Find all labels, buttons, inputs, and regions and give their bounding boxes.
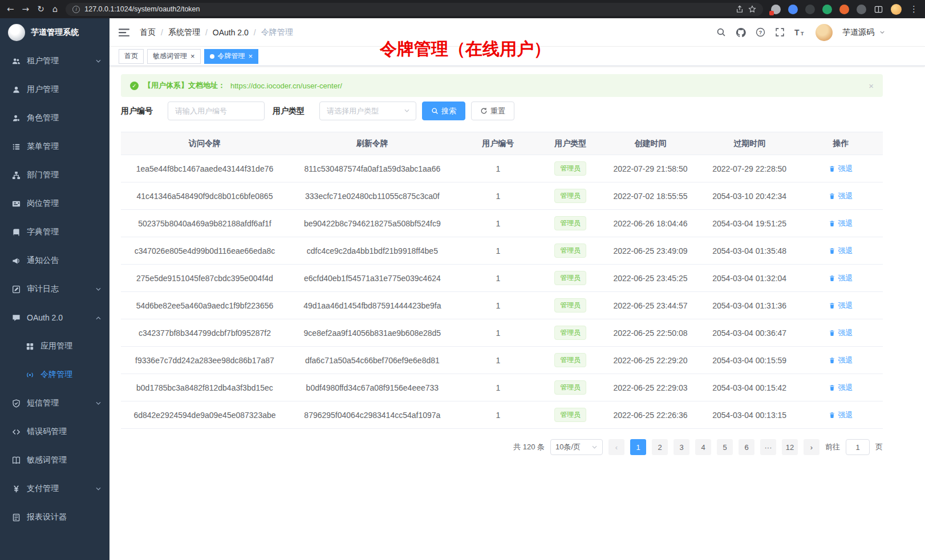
bookmark-star-icon[interactable] xyxy=(748,5,756,13)
browser-menu-icon[interactable]: ⋮ xyxy=(910,5,918,14)
page-size-select[interactable]: 10条/页 xyxy=(550,439,603,455)
force-logout-button[interactable]: 强退 xyxy=(829,218,853,229)
tab-close-icon[interactable]: × xyxy=(249,52,253,60)
page-button-5[interactable]: 5 xyxy=(717,439,733,455)
user-type-select[interactable]: 请选择用户类型 xyxy=(319,102,416,120)
force-logout-button[interactable]: 强退 xyxy=(829,328,853,338)
sidebar-item-post[interactable]: 岗位管理 xyxy=(0,189,109,218)
force-logout-label: 强退 xyxy=(838,355,853,366)
force-logout-button[interactable]: 强退 xyxy=(829,383,853,393)
prev-page-button[interactable]: ‹ xyxy=(608,439,624,455)
hamburger-icon[interactable] xyxy=(119,28,129,37)
page-button-3[interactable]: 3 xyxy=(674,439,689,455)
user-type-cell: 管理员 xyxy=(540,401,601,429)
browser-back-icon[interactable]: ← xyxy=(7,5,14,14)
extension-icon[interactable] xyxy=(788,5,798,14)
user-type-tag: 管理员 xyxy=(554,298,586,313)
goto-page-input[interactable] xyxy=(846,439,870,455)
force-logout-button[interactable]: 强退 xyxy=(829,273,853,283)
extension-icon[interactable] xyxy=(805,5,815,14)
force-logout-button[interactable]: 强退 xyxy=(829,246,853,256)
users-icon xyxy=(11,56,21,66)
sidebar-item-label: 短信管理 xyxy=(27,398,89,408)
next-page-button[interactable]: › xyxy=(804,439,819,455)
browser-address-bar[interactable]: i 127.0.0.1:1024/system/oauth2/token xyxy=(66,3,763,16)
user-type-tag: 管理员 xyxy=(554,353,586,367)
page-button-2[interactable]: 2 xyxy=(652,439,668,455)
app-logo[interactable]: 芋道管理系统 xyxy=(0,18,109,47)
reset-button[interactable]: 重置 xyxy=(471,102,514,120)
sidebar-item-oauth2-token[interactable]: 令牌管理 xyxy=(0,360,109,389)
breadcrumb-item-3[interactable]: 令牌管理 xyxy=(261,27,293,38)
page-button-12[interactable]: 12 xyxy=(782,439,798,455)
access-token-cell: 502375b8040a469a9b82188afdf6af1f xyxy=(121,210,289,237)
sidebar-item-menu[interactable]: 菜单管理 xyxy=(0,132,109,161)
tab-split-icon[interactable] xyxy=(874,5,883,14)
extension-icon[interactable] xyxy=(822,5,832,14)
expire-time-cell: 2054-03-04 00:13:15 xyxy=(700,401,799,429)
sidebar-item-tenant[interactable]: 租户管理 xyxy=(0,47,109,75)
sidebar-item-oauth2[interactable]: OAuth 2.0 xyxy=(0,303,109,332)
sidebar-item-label: 错误码管理 xyxy=(27,427,102,437)
browser-home-icon[interactable]: ⌂ xyxy=(52,5,58,14)
share-icon[interactable] xyxy=(736,5,744,13)
help-icon[interactable]: ? xyxy=(756,27,765,37)
sidebar-item-label: 菜单管理 xyxy=(27,141,102,152)
sidebar-item-oauth2-app[interactable]: 应用管理 xyxy=(0,332,109,360)
page-ellipsis[interactable]: ··· xyxy=(760,439,776,455)
sidebar-item-label: 岗位管理 xyxy=(27,198,102,209)
search-icon[interactable] xyxy=(716,27,726,37)
browser-profile-avatar[interactable] xyxy=(891,4,902,15)
breadcrumb-item-1[interactable]: 系统管理 xyxy=(168,27,200,38)
page-info-icon[interactable]: i xyxy=(72,6,80,13)
alert-close-icon[interactable]: × xyxy=(869,81,874,91)
search-button[interactable]: 搜索 xyxy=(422,102,465,120)
browser-forward-icon[interactable]: → xyxy=(22,5,30,14)
page-button-4[interactable]: 4 xyxy=(695,439,711,455)
user-type-tag: 管理员 xyxy=(554,326,586,340)
sidebar-item-report[interactable]: 报表设计器 xyxy=(0,503,109,531)
sidebar-item-dept[interactable]: 部门管理 xyxy=(0,161,109,189)
github-icon[interactable] xyxy=(736,27,746,38)
extension-icon[interactable] xyxy=(839,5,849,14)
menu-icon xyxy=(11,142,21,151)
force-logout-button[interactable]: 强退 xyxy=(829,164,853,174)
sidebar-item-dict[interactable]: 字典管理 xyxy=(0,218,109,246)
force-logout-button[interactable]: 强退 xyxy=(829,410,853,420)
tab-sensitive-word[interactable]: 敏感词管理 × xyxy=(147,49,201,64)
tab-home[interactable]: 首页 xyxy=(119,49,144,64)
pagination-total: 共 120 条 xyxy=(513,442,545,452)
extension-icon[interactable] xyxy=(857,5,866,14)
browser-reload-icon[interactable]: ↻ xyxy=(37,5,44,14)
tab-oauth2-token[interactable]: 令牌管理 × xyxy=(204,49,259,64)
user-avatar[interactable] xyxy=(816,24,833,41)
font-size-icon[interactable]: TT xyxy=(794,28,806,37)
sidebar-item-pay[interactable]: 支付管理 xyxy=(0,474,109,503)
action-cell: 强退 xyxy=(799,182,883,210)
force-logout-button[interactable]: 强退 xyxy=(829,191,853,201)
page-button-6[interactable]: 6 xyxy=(739,439,754,455)
sidebar-item-error-code[interactable]: 错误码管理 xyxy=(0,417,109,446)
sidebar-item-sms[interactable]: 短信管理 xyxy=(0,389,109,417)
fullscreen-icon[interactable] xyxy=(775,27,785,37)
sidebar-item-user[interactable]: 用户管理 xyxy=(0,75,109,104)
sidebar-item-notice[interactable]: 通知公告 xyxy=(0,246,109,275)
expire-time-cell: 2054-03-10 20:42:34 xyxy=(700,182,799,210)
sidebar-item-sensitive-word[interactable]: 敏感词管理 xyxy=(0,446,109,474)
sidebar-item-audit-log[interactable]: 审计日志 xyxy=(0,275,109,303)
force-logout-button[interactable]: 强退 xyxy=(829,301,853,311)
breadcrumb-item-2[interactable]: OAuth 2.0 xyxy=(213,28,249,37)
force-logout-button[interactable]: 强退 xyxy=(829,355,853,366)
tab-close-icon[interactable]: × xyxy=(190,52,195,60)
user-name[interactable]: 芋道源码 xyxy=(842,27,874,38)
sidebar-item-role[interactable]: 角色管理 xyxy=(0,104,109,132)
sms-icon xyxy=(11,399,21,408)
breadcrumb-item-0[interactable]: 首页 xyxy=(140,27,156,38)
user-type-tag: 管理员 xyxy=(554,244,586,258)
page-button-1[interactable]: 1 xyxy=(630,439,646,455)
reset-button-label: 重置 xyxy=(490,106,505,116)
extension-icon[interactable] xyxy=(771,5,781,14)
user-id-input[interactable] xyxy=(168,102,265,120)
user-type-tag: 管理员 xyxy=(554,216,586,230)
doc-link[interactable]: https://doc.iocoder.cn/user-center/ xyxy=(230,82,342,90)
